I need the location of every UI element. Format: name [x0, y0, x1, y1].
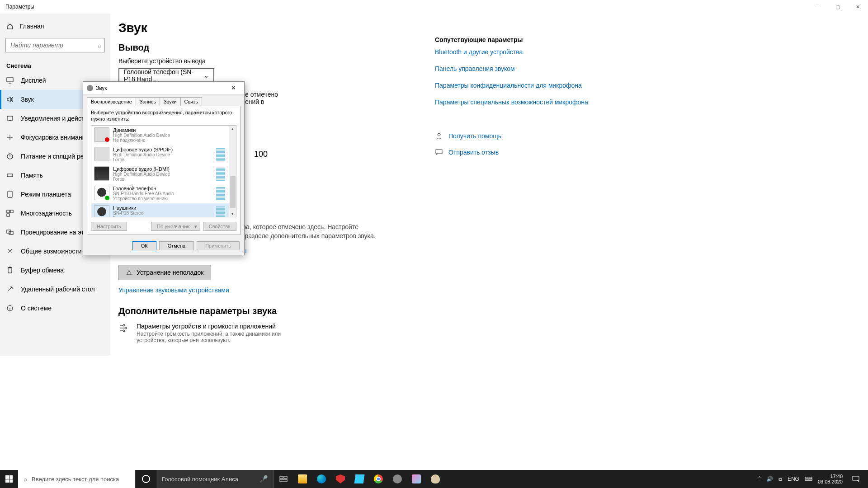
device-sub: High Definition Audio Device [113, 152, 173, 158]
maximize-button[interactable]: ▢ [827, 0, 848, 14]
sidebar-home[interactable]: Главная [0, 19, 110, 33]
tray-chevron-icon[interactable]: ˄ [758, 476, 761, 482]
taskbar-app-security[interactable] [331, 470, 350, 488]
chrome-icon [374, 474, 383, 483]
start-button[interactable] [0, 470, 18, 488]
properties-button[interactable]: Свойства [203, 222, 236, 231]
search-input[interactable] [5, 38, 105, 52]
tray-keyboard-icon[interactable]: ⌨ [805, 476, 812, 482]
power-icon [6, 153, 14, 160]
sidebar-item-remote[interactable]: Удаленный рабочий стол [0, 280, 110, 299]
tray-language[interactable]: ENG [788, 476, 799, 482]
system-tray: ˄ 🔊 ⧈ ENG ⌨ 17:40 03.08.2020 [754, 470, 868, 488]
home-icon [6, 23, 14, 30]
cancel-button[interactable]: Отмена [159, 241, 194, 250]
ok-button[interactable]: ОК [132, 241, 156, 250]
dialog-close-button[interactable]: ✕ [226, 84, 241, 91]
taskbar-app-paint[interactable] [407, 470, 426, 488]
taskbar-app-settings[interactable] [388, 470, 407, 488]
scrollbar[interactable]: ▴ ▾ [229, 126, 236, 217]
svg-point-15 [125, 327, 127, 329]
related-link-soundcp[interactable]: Панель управления звуком [435, 65, 589, 73]
device-icon [94, 186, 109, 200]
scroll-up-icon[interactable]: ▴ [231, 126, 234, 132]
apply-button[interactable]: Применить [197, 241, 240, 250]
scroll-down-icon[interactable]: ▾ [231, 211, 234, 217]
taskbar-app-misc[interactable] [426, 470, 445, 488]
device-list[interactable]: ДинамикиHigh Definition Audio DeviceНе п… [91, 125, 236, 217]
scroll-thumb[interactable] [230, 176, 236, 208]
minimize-button[interactable]: ─ [807, 0, 827, 14]
svg-rect-8 [7, 214, 9, 216]
alisa-assistant[interactable]: Голосовой помощник Алиса 🎤 [156, 470, 274, 488]
action-center-button[interactable] [848, 475, 863, 483]
dialog-title: Звук [96, 85, 107, 91]
manage-devices-link[interactable]: Управление звуковыми устройствами [118, 286, 229, 294]
related-link-bluetooth[interactable]: Bluetooth и другие устройства [435, 48, 589, 56]
svg-rect-11 [8, 267, 12, 273]
svg-rect-19 [280, 476, 283, 479]
display-icon [6, 77, 14, 84]
device-row[interactable]: Цифровое аудио (HDMI)High Definition Aud… [91, 164, 236, 184]
device-name: Головной телефон [113, 186, 174, 191]
related-settings: Сопутствующие параметры Bluetooth и друг… [435, 21, 589, 356]
taskbar-app-chrome[interactable] [369, 470, 388, 488]
device-icon [94, 166, 109, 181]
sidebar-item-clipboard[interactable]: Буфер обмена [0, 261, 110, 280]
taskbar-app-explorer[interactable] [293, 470, 312, 488]
output-device-value: Головной телефон (SN-P18 Hand… [124, 68, 203, 83]
windows-icon [5, 475, 13, 483]
troubleshoot-button[interactable]: ⚠ Устранение неполадок [118, 265, 211, 280]
device-name: Динамики [113, 127, 170, 133]
output-select-label: Выберите устройство вывода [118, 57, 435, 65]
tablet-icon [6, 191, 14, 198]
svg-rect-0 [7, 78, 13, 82]
sidebar-item-about[interactable]: О системе [0, 299, 110, 318]
app-volume-row[interactable]: Параметры устройств и громкости приложен… [118, 323, 435, 343]
tab-recording[interactable]: Запись [136, 97, 160, 106]
search-icon: ⌕ [24, 476, 27, 483]
related-link-ease[interactable]: Параметры специальных возможностей микро… [435, 98, 589, 107]
tray-volume-icon[interactable]: 🔊 [766, 476, 773, 482]
output-device-dropdown[interactable]: Головной телефон (SN-P18 Hand… ⌄ [118, 68, 214, 83]
device-row[interactable]: НаушникиSN-P18 StereoГотов [91, 203, 236, 217]
device-sub: High Definition Audio Device [113, 133, 170, 138]
warning-icon: ⚠ [126, 269, 132, 276]
tray-network-icon[interactable]: ⧈ [778, 476, 782, 482]
feedback-link[interactable]: Отправить отзыв [435, 148, 589, 156]
get-help-link[interactable]: Получить помощь [435, 132, 589, 140]
tab-playback[interactable]: Воспроизведение [87, 97, 136, 106]
taskbar-app-blue[interactable] [350, 470, 369, 488]
device-row[interactable]: ДинамикиHigh Definition Audio DeviceНе п… [91, 126, 236, 145]
svg-point-16 [123, 330, 125, 332]
device-row[interactable]: Головной телефонSN-P18 Hands-Free AG Aud… [91, 184, 236, 203]
tab-sounds[interactable]: Звуки [160, 97, 181, 106]
dialog-titlebar[interactable]: Звук ✕ [83, 82, 244, 94]
close-button[interactable]: ✕ [848, 0, 868, 14]
dialog-instruction: Выберите устройство воспроизведения, пар… [91, 110, 236, 122]
taskbar-app-edge[interactable] [312, 470, 331, 488]
tab-communications[interactable]: Связь [180, 97, 202, 106]
cortana-icon [142, 475, 150, 483]
tray-clock[interactable]: 17:40 03.08.2020 [818, 474, 843, 484]
cortana-button[interactable] [136, 470, 156, 488]
device-sub: SN-P18 Stereo [113, 211, 143, 216]
focus-icon [6, 134, 14, 141]
device-name: Цифровое аудио (HDMI) [113, 166, 170, 172]
app-icon [354, 474, 365, 483]
window-title: Параметры [5, 4, 34, 10]
related-link-privacy[interactable]: Параметры конфиденциальности для микрофо… [435, 81, 589, 90]
device-icon [94, 127, 109, 142]
svg-rect-7 [10, 210, 13, 213]
device-row[interactable]: Цифровое аудио (S/PDIF)High Definition A… [91, 145, 236, 164]
feedback-icon [435, 148, 443, 156]
page-title: Звук [118, 21, 435, 35]
taskview-button[interactable] [274, 470, 293, 488]
configure-button[interactable]: Настроить [91, 222, 127, 231]
device-icon [94, 147, 109, 161]
set-default-button[interactable]: По умолчанию [151, 222, 200, 231]
obscured-text-fragment: е отмечено ений в [245, 91, 278, 105]
svg-point-2 [9, 137, 10, 138]
svg-rect-4 [7, 174, 13, 177]
taskbar-search[interactable]: ⌕ Введите здесь текст для поиска [18, 470, 136, 488]
